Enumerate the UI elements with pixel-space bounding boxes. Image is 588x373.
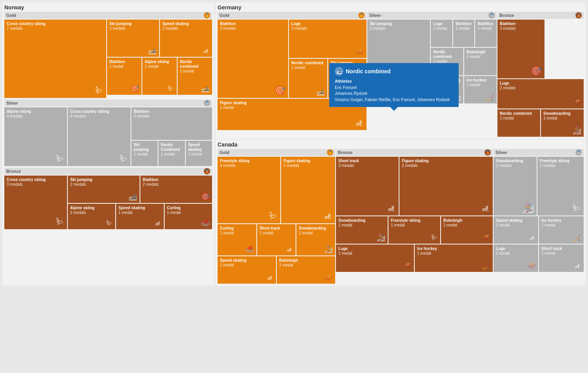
nordic-combined-tooltip[interactable]: 🎿 Nordic combined Athletes Eric Frenzel … (329, 63, 459, 107)
right-panels: Germany Gold 🥇 Biathlon 3 medals 🎯 (216, 2, 586, 286)
tile-de-silver-biathlon[interactable]: Biathlon 1 medal (475, 20, 497, 47)
canada-gold-section: Gold 🥇 Freestyle skiing 4 medals ⛷ Figur… (218, 149, 335, 284)
tile-de-bronze-nordic[interactable]: Nordic combined 1 medal (497, 109, 540, 137)
tile-de-bronze-biathlon[interactable]: Biathlon 3 medals 🎯 (497, 20, 544, 78)
ca-gold-icon: 🥇 (327, 149, 333, 156)
norway-gold-top-row: Ski jumping 2 medals 🎿 Speed skating 2 m… (107, 20, 212, 57)
tile-ca-gold-figure[interactable]: Figure skating 2 medals ⛸ (281, 157, 335, 223)
tile-ca-gold-snowboard[interactable]: Snowboarding 1 medal 🏂 (296, 224, 335, 255)
canada-panel: Canada Gold 🥇 Freestyle skiing 4 medals (216, 139, 586, 286)
canada-gold-tiles: Freestyle skiing 4 medals ⛷ Figure skati… (218, 157, 335, 223)
tile-de-gold-luge[interactable]: Luge 3 medals 🛷 (289, 20, 367, 58)
norway-panel: Norway Gold 🥇 Cross country skiing 7 med… (2, 2, 214, 286)
norway-bronze: Bronze 🥉 Cross country skiing 3 medals ⛷… (4, 168, 212, 229)
cross-silver-icon: ⛷ (119, 153, 128, 164)
tile-ca-gold-freestyle[interactable]: Freestyle skiing 4 medals ⛷ (218, 157, 280, 223)
tile-ca-silver-speed[interactable]: Speed skating 1 medal ⛸ (494, 216, 538, 244)
tile-ca-gold-bobsleigh[interactable]: Bobsleigh 1 medal 🛷 (277, 256, 335, 284)
norway-bronze-bottom-row: Alpine skiing 2 medals ⛷ Speed skating 1… (68, 204, 212, 229)
tile-ca-bronze-short-track[interactable]: Short track 3 medals ⛸ (336, 157, 399, 215)
tile-de-gold-biathlon[interactable]: Biathlon 3 medals 🎯 (218, 20, 288, 98)
tile-norway-silver-alpine[interactable]: Alpine skiing 4 medals ⛷ (4, 107, 67, 166)
tile-ca-silver-freestyle[interactable]: Freestyle skiing 2 medals ⛷ (537, 157, 584, 215)
canada-silver-bottom2: Luge 1 medal 🛷 Short track 1 medal ⛸ (494, 244, 584, 272)
de-bronze-bottom: Nordic combined 1 medal Snowboarding 1 m… (497, 109, 584, 137)
norway-silver-tiles: Alpine skiing 4 medals ⛷ Cross country s… (4, 107, 212, 166)
tile-norway-gold-ski-jumping[interactable]: Ski jumping 2 medals 🎿 (107, 20, 159, 57)
norway-bronze-top-row: Ski jumping 2 medals 🎿 Biathlon 2 medals… (68, 176, 212, 203)
tile-norway-bronze-alpine[interactable]: Alpine skiing 2 medals ⛷ (68, 204, 115, 229)
canada-silver-section: Silver 🥈 Snowboarding 2 medals 🏂 Freesty… (494, 149, 584, 284)
tile-ca-bronze-luge[interactable]: Luge 1 medal 🛷 (336, 244, 414, 272)
tile-ca-bronze-figure[interactable]: Figure skating 2 medals ⛸ (399, 157, 493, 215)
germany-bronze-header: Bronze 🥉 (497, 12, 584, 19)
tooltip-sport-icon: 🎿 (335, 67, 343, 76)
tile-ca-silver-luge[interactable]: Luge 1 medal 🛷 (494, 244, 538, 272)
gold-medal-icon: 🥇 (204, 12, 210, 18)
tile-norway-bronze-biathlon[interactable]: Biathlon 2 medals 🎯 (140, 176, 212, 203)
tile-ca-gold-curling[interactable]: Curling 1 medal 🥌 (218, 224, 256, 255)
canada-silver-bottom: Speed skating 1 medal ⛸ Ice hockey 1 med… (494, 216, 584, 244)
tile-norway-gold-biathlon[interactable]: Biathlon 1 medal 🎯 (107, 58, 142, 95)
norway-silver-header: Silver 🥈 (4, 100, 212, 107)
top-row: Norway Gold 🥇 Cross country skiing 7 med… (2, 2, 586, 286)
de-silver-top: Luge 1 medal Skeleton 1 medal Biathlon (431, 20, 497, 47)
germany-gold-header: Gold 🥇 (218, 12, 367, 19)
page: Norway Gold 🥇 Cross country skiing 7 med… (0, 0, 588, 373)
tile-norway-bronze-curling[interactable]: Curling 1 medal 🥌 (165, 204, 212, 229)
tile-norway-bronze-speed[interactable]: Speed skating 1 medal ⛸ (116, 204, 163, 229)
tile-de-silver-hockey[interactable]: Ice hockey 1 medal 🏒 (464, 76, 497, 103)
tile-norway-silver-biathlon[interactable]: Biathlon 3 medals (131, 107, 212, 140)
canada-title: Canada (218, 141, 584, 148)
de-gold-icon: 🥇 (358, 12, 365, 18)
norway-gold-tiles: Cross country skiing 7 medals ⛷ Ski jump… (4, 20, 212, 98)
tile-ca-bronze-hockey[interactable]: Ice hockey 1 medal 🏒 (415, 244, 493, 272)
norway-silver-right: Biathlon 3 medals Ski jumping 1 medal No… (131, 107, 212, 166)
ca-bronze-icon: 🥉 (485, 149, 491, 156)
tile-norway-silver-nordic[interactable]: Nordic Combined 1 medal (158, 141, 185, 166)
tile-ca-bronze-freestyle[interactable]: Freestyle skiing 1 medal ⛷ (388, 216, 440, 244)
norway-title: Norway (4, 4, 212, 11)
tile-norway-gold-nordic-combined[interactable]: Nordic combined 1 medal 🎿 (178, 58, 212, 95)
tile-norway-bronze-cross[interactable]: Cross country skiing 3 medals ⛷ (4, 176, 67, 229)
alpine-silver-icon: ⛷ (55, 153, 65, 164)
norway-silver-bottom: Ski jumping 1 medal Nordic Combined 1 me… (131, 141, 212, 166)
tile-ca-silver-snowboard[interactable]: Snowboarding 2 medals 🏂 (494, 157, 537, 215)
germany-bronze-tiles: Biathlon 3 medals 🎯 Luge 2 medals 🛷 (497, 20, 584, 137)
tile-ca-silver-short-track[interactable]: Short track 1 medal ⛸ (539, 244, 584, 272)
germany-bronze-section: Bronze 🥉 Biathlon 3 medals 🎯 L (497, 12, 584, 137)
alpine-icon: ⛷ (167, 85, 174, 93)
tile-ca-gold-speed[interactable]: Speed skating 1 medal ⛸ (218, 256, 276, 284)
tile-norway-silver-speed[interactable]: Speed skating 1 medal (186, 141, 212, 166)
de-bronze-right: Luge 2 medals 🛷 Nordic combined 1 medal (497, 79, 584, 137)
tile-norway-gold-cross-country[interactable]: Cross country skiing 7 medals ⛷ (4, 20, 106, 98)
canada-bronze-bottom: Snowboarding 1 medal 🏂 Freestyle skiing … (336, 216, 493, 244)
de-bronze-icon: 🥉 (575, 12, 582, 18)
tile-ca-silver-hockey[interactable]: Ice hockey 1 medal 🏒 (539, 216, 584, 244)
canada-gold-bottom: Curling 1 medal 🥌 Short track 1 medal ⛸ … (218, 224, 335, 255)
germany-title: Germany (218, 4, 584, 11)
tile-norway-gold-speed-skating[interactable]: Speed skating 2 medals ⛸ (160, 20, 212, 57)
tile-norway-gold-alpine[interactable]: Alpine skiing 1 medal ⛷ (142, 58, 177, 95)
tile-norway-silver-cross[interactable]: Cross country skiing 4 medals ⛷ (68, 107, 131, 166)
tile-de-bronze-snowboard[interactable]: Snowboarding 1 medal 🏂 (541, 109, 584, 137)
tile-ca-bronze-snowboard[interactable]: Snowboarding 1 medal 🏂 (336, 216, 388, 244)
tile-de-bronze-luge[interactable]: Luge 2 medals 🛷 (497, 79, 584, 109)
canada-silver-header: Silver 🥈 (494, 149, 584, 156)
ski-jumping-icon: 🎿 (148, 46, 157, 55)
canada-bronze-tiles: Short track 3 medals ⛸ Figure skating 2 … (336, 157, 493, 215)
tile-de-gold-nordic[interactable]: Nordic combined 1 medal 🎿 (289, 59, 327, 98)
canada-bronze-section: Bronze 🥉 Short track 3 medals ⛸ Figure s… (336, 149, 493, 284)
tile-de-silver-skeleton[interactable]: Skeleton 1 medal (453, 20, 475, 47)
tile-de-silver-bobsleigh[interactable]: Bobsleigh 1 medal (464, 48, 497, 75)
tile-norway-silver-ski-jump[interactable]: Ski jumping 1 medal (131, 141, 158, 166)
silver-medal-icon: 🥈 (204, 100, 210, 106)
bronze-medal-icon: 🥉 (204, 168, 210, 174)
tile-de-silver-luge[interactable]: Luge 1 medal (431, 20, 452, 47)
tile-norway-bronze-ski-jump[interactable]: Ski jumping 2 medals 🎿 (68, 176, 140, 203)
tile-ca-bronze-bobsleigh[interactable]: Bobsleigh 1 medal 🛷 (441, 216, 493, 244)
tooltip-label: Athletes (335, 78, 453, 85)
tile-ca-gold-short-track[interactable]: Short track 1 medal ⛸ (257, 224, 296, 255)
canada-gold-header: Gold 🥇 (218, 149, 335, 156)
canada-bronze-header: Bronze 🥉 (336, 149, 493, 156)
